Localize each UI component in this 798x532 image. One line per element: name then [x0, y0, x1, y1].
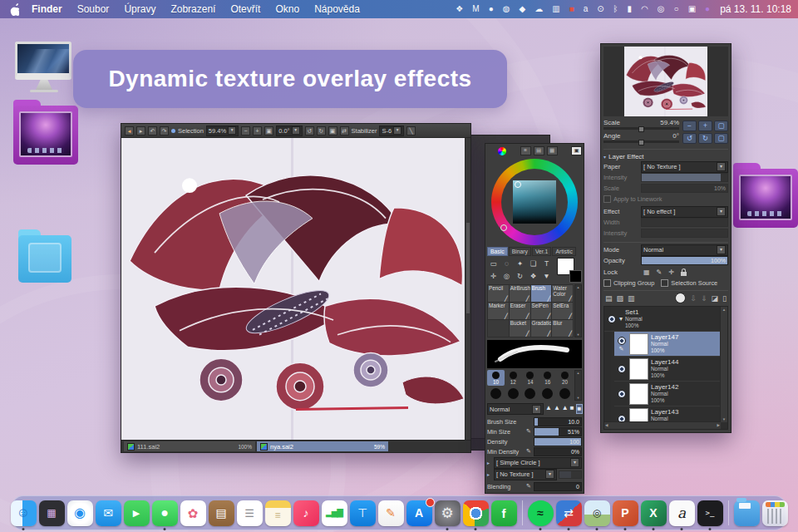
brush-pencil[interactable]: Pencil╱ [488, 285, 509, 302]
layer-row-layer144[interactable]: Layer144Normal100% [614, 357, 720, 382]
swatches-icon[interactable]: ▦ [547, 146, 558, 155]
background-color-swatch[interactable] [569, 270, 582, 283]
move-tool[interactable]: ✛ [487, 270, 500, 282]
brush-edge-softer-icon[interactable]: ▲ [562, 404, 569, 414]
texture-strength-slider[interactable] [559, 470, 582, 479]
magic-wand-tool[interactable]: ✦ [514, 258, 526, 269]
dock-item-downloads[interactable] [734, 500, 760, 526]
brush-size-large-3[interactable] [522, 387, 539, 401]
zoom-out-button[interactable]: − [682, 121, 697, 131]
brush-gradation[interactable]: Gradation╱ [531, 320, 552, 337]
brush-size-large-1[interactable] [487, 387, 505, 401]
layer-mode-dropdown[interactable]: Normal▾ [641, 244, 728, 256]
autodesk-icon[interactable]: a [584, 5, 589, 13]
red-app-icon[interactable]: ■ [569, 5, 574, 13]
brush-selpen[interactable]: SelPen╱ [531, 303, 552, 319]
menu-item-okno[interactable]: Okno [275, 3, 299, 15]
brush-grid-scrollbar[interactable] [574, 284, 582, 337]
color-wheel[interactable] [491, 159, 578, 245]
play-circle-icon[interactable]: ⊙ [597, 5, 603, 13]
layer-mask-button[interactable] [675, 293, 686, 303]
panels-icon[interactable]: ▥ [552, 5, 559, 13]
flip-button[interactable]: ⇄ [340, 126, 349, 135]
paper-texture-dropdown[interactable]: [ No Texture ]▾ [641, 161, 728, 173]
brush-edge-soft-icon[interactable]: ▲ [554, 404, 560, 414]
brush-shape-dropdown[interactable]: [ Simple Circle ]▾ [494, 457, 582, 469]
dock-item-notes[interactable]: ≡ [265, 500, 291, 526]
dropbox-icon[interactable]: ❖ [456, 5, 463, 13]
brush-size-10[interactable]: 10 [487, 370, 505, 386]
dock-item-messages[interactable]: ● [152, 500, 178, 526]
pencil-icon[interactable]: ✎ [525, 428, 532, 435]
shield-icon[interactable]: ◆ [519, 5, 525, 13]
color-mixer-icon[interactable]: ▤ [534, 146, 544, 155]
pencil-icon[interactable]: ✎ [525, 483, 532, 490]
slider-track[interactable]: 0% [534, 447, 582, 456]
layer-row-layer147[interactable]: ✎Layer147Normal100% [614, 332, 720, 357]
merge-down-icon[interactable]: ⇓ [701, 294, 707, 303]
brush-size-large-4[interactable] [539, 387, 556, 401]
paper-scale-slider[interactable]: 10% [641, 184, 728, 193]
zoom-dropdown[interactable]: 59.4%▾ [206, 126, 239, 136]
brush-edge-flat-icon[interactable]: ■ [570, 404, 574, 414]
g-app-icon[interactable]: ◍ [503, 5, 510, 13]
rotate-cw-button[interactable]: ↻ [317, 126, 326, 135]
delete-layer-icon[interactable]: ▯ [722, 294, 727, 303]
desktop-icon-blue-folder[interactable] [18, 229, 71, 283]
menu-item-úpravy[interactable]: Úpravy [124, 3, 155, 15]
new-layer-set-icon[interactable]: ▥ [628, 294, 635, 303]
zoom-out-button[interactable]: − [241, 126, 250, 135]
dock-item-vmware[interactable]: ⇄ [556, 500, 582, 526]
expand-icon[interactable]: ▸ [487, 471, 492, 477]
brush-size-large-2[interactable] [505, 387, 522, 401]
move-lock-icon[interactable]: ✛ [668, 268, 674, 276]
scratchpad-icon[interactable]: ▣ [571, 146, 582, 155]
draw-lock-icon[interactable]: ✎ [657, 268, 663, 276]
dock-item-settings[interactable]: ⚙ [435, 500, 461, 526]
dock-item-terminal[interactable]: >_ [697, 500, 723, 526]
layer-row-set1[interactable]: ▾Set1Normal100% [604, 307, 720, 332]
brush-eraser[interactable]: Eraser╱ [510, 303, 530, 319]
desktop-icon-purple-folder[interactable] [13, 100, 78, 165]
brush-edge-selected-icon[interactable]: ■ [576, 404, 584, 414]
slider-track[interactable]: 51% [534, 427, 582, 436]
menu-item-zobrazení[interactable]: Zobrazení [170, 3, 215, 15]
select-shape-tool[interactable]: ❏ [527, 258, 539, 269]
desktop-icon-imac[interactable] [15, 42, 73, 101]
color-wheel-icon[interactable] [498, 147, 506, 155]
rotate-ccw-button[interactable]: ↺ [305, 126, 314, 135]
canvas-area[interactable] [121, 138, 470, 440]
dock-item-powerpoint[interactable]: P [613, 500, 638, 526]
zoom-in-button[interactable]: + [253, 126, 262, 135]
redo-button[interactable]: ↷ [160, 126, 169, 135]
paper-intensity-slider[interactable] [641, 173, 728, 182]
undo-button[interactable]: ↶ [148, 126, 157, 135]
brush-marker[interactable]: Marker╱ [488, 303, 509, 319]
dock-item-numbers[interactable]: ▂▅▇ [322, 500, 347, 526]
slider-track[interactable]: 100 [534, 437, 582, 446]
dock-item-music[interactable]: ♪ [293, 500, 319, 526]
scale-slider[interactable] [603, 127, 679, 130]
nav-back-button[interactable]: ◂ [125, 126, 134, 135]
dock-item-mail[interactable]: ✉ [96, 500, 121, 526]
dock-item-launchpad[interactable]: ▦ [39, 500, 65, 526]
navigator-thumbnail[interactable] [624, 47, 707, 116]
canvas-artwork[interactable] [121, 138, 470, 440]
eye-icon[interactable] [608, 315, 616, 323]
brush-size-16[interactable]: 16 [539, 370, 556, 386]
menu-item-otevřít[interactable]: Otevřít [230, 3, 260, 15]
opacity-slider[interactable]: 100% [641, 256, 728, 265]
nav-forward-button[interactable]: ▸ [136, 126, 145, 135]
layer-row-layer142[interactable]: Layer142Normal100% [614, 382, 720, 406]
angle-slider[interactable] [603, 140, 679, 143]
m-app-icon[interactable]: M [472, 5, 479, 13]
rotate-tool[interactable]: ↻ [514, 270, 526, 282]
collapse-icon[interactable]: ▾ [603, 154, 606, 160]
lasso-tool[interactable]: ◌ [500, 258, 513, 269]
brush-brush[interactable]: Brush╱ [531, 285, 552, 302]
eyedropper-tool[interactable]: ▼ [540, 270, 553, 282]
brush-bucket[interactable]: Bucket╱ [510, 320, 530, 337]
dock-item-chrome[interactable] [463, 500, 489, 526]
pencil-icon[interactable]: ✎ [525, 448, 532, 455]
color-tab-artistic[interactable]: Artistic [552, 247, 575, 256]
